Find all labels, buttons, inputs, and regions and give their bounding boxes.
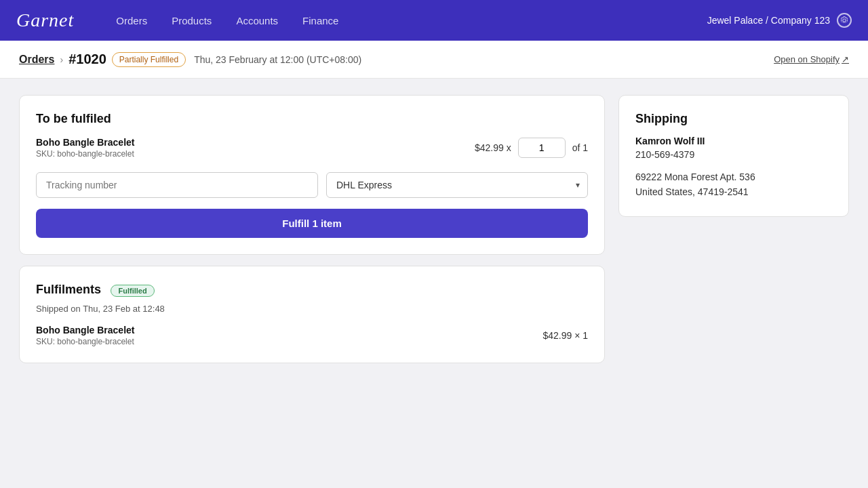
product-row: Boho Bangle Bracelet SKU: boho-bangle-br… <box>36 137 588 159</box>
carrier-select-wrap: DHL Express FedEx UPS USPS Other ▾ <box>326 172 588 198</box>
fulfilled-badge: Fulfilled <box>111 285 154 297</box>
fulfilled-product-price: $42.99 × 1 <box>542 330 588 341</box>
product-sku: SKU: boho-bangle-bracelet <box>36 149 467 159</box>
company-name: Jewel Palace / Company 123 <box>707 15 830 26</box>
shipping-address-line2: United States, 47419-2541 <box>635 184 832 199</box>
fulfill-button[interactable]: Fulfill 1 item <box>36 209 588 238</box>
to-be-fulfilled-title: To be fulfiled <box>36 112 588 126</box>
status-badge: Partially Fulfilled <box>112 52 186 67</box>
main-content: To be fulfiled Boho Bangle Bracelet SKU:… <box>0 79 868 380</box>
shipping-title: Shipping <box>635 112 832 126</box>
left-column: To be fulfiled Boho Bangle Bracelet SKU:… <box>19 95 605 363</box>
to-be-fulfilled-card: To be fulfiled Boho Bangle Bracelet SKU:… <box>19 95 605 255</box>
navbar: Garnet Orders Products Accounts Finance … <box>0 0 868 41</box>
nav-right: Jewel Palace / Company 123 <box>707 13 852 28</box>
product-price: $42.99 x <box>475 142 511 153</box>
nav-orders[interactable]: Orders <box>106 9 157 32</box>
breadcrumb-chevron: › <box>60 54 63 65</box>
fulfilments-card: Fulfilments Fulfilled Shipped on Thu, 23… <box>19 266 605 363</box>
fulfilled-product-sku: SKU: boho-bangle-bracelet <box>36 337 542 346</box>
app-logo[interactable]: Garnet <box>16 9 74 31</box>
shipping-address: 69222 Mona Forest Apt. 536 United States… <box>635 169 832 200</box>
product-name: Boho Bangle Bracelet <box>36 137 467 148</box>
nav-accounts[interactable]: Accounts <box>226 9 288 32</box>
fulfilments-title: Fulfilments <box>36 283 101 296</box>
order-date: Thu, 23 February at 12:00 (UTC+08:00) <box>194 54 361 65</box>
fulfillment-inputs: DHL Express FedEx UPS USPS Other ▾ <box>36 172 588 198</box>
right-column: Shipping Kamron Wolf III 210-569-4379 69… <box>618 95 849 217</box>
fulfilled-product-row: Boho Bangle Bracelet SKU: boho-bangle-br… <box>36 325 588 346</box>
nav-links: Orders Products Accounts Finance <box>106 9 685 32</box>
quantity-input[interactable] <box>518 138 566 158</box>
shipped-date: Shipped on Thu, 23 Feb at 12:48 <box>36 304 588 314</box>
product-price-qty: $42.99 x of 1 <box>475 138 588 158</box>
open-shopify-link[interactable]: Open on Shopify ↗ <box>774 54 849 64</box>
nav-finance[interactable]: Finance <box>293 9 348 32</box>
product-info: Boho Bangle Bracelet SKU: boho-bangle-br… <box>36 137 467 159</box>
shipping-card: Shipping Kamron Wolf III 210-569-4379 69… <box>618 95 849 217</box>
of-label: of 1 <box>572 142 588 153</box>
external-link-icon: ↗ <box>842 54 849 64</box>
settings-icon[interactable] <box>837 13 852 28</box>
shipping-name: Kamron Wolf III <box>635 136 832 146</box>
fulfilments-header: Fulfilments Fulfilled <box>36 283 588 297</box>
shipping-address-line1: 69222 Mona Forest Apt. 536 <box>635 169 832 184</box>
fulfilled-product-name: Boho Bangle Bracelet <box>36 325 542 336</box>
nav-products[interactable]: Products <box>162 9 221 32</box>
breadcrumb-order-number: #1020 <box>68 52 106 67</box>
tracking-number-input[interactable] <box>36 172 318 198</box>
breadcrumb-bar: Orders › #1020 Partially Fulfilled Thu, … <box>0 41 868 79</box>
carrier-select[interactable]: DHL Express FedEx UPS USPS Other <box>326 172 588 198</box>
fulfilled-product-info: Boho Bangle Bracelet SKU: boho-bangle-br… <box>36 325 542 346</box>
shipping-phone: 210-569-4379 <box>635 149 832 160</box>
breadcrumb-orders[interactable]: Orders <box>19 54 54 66</box>
